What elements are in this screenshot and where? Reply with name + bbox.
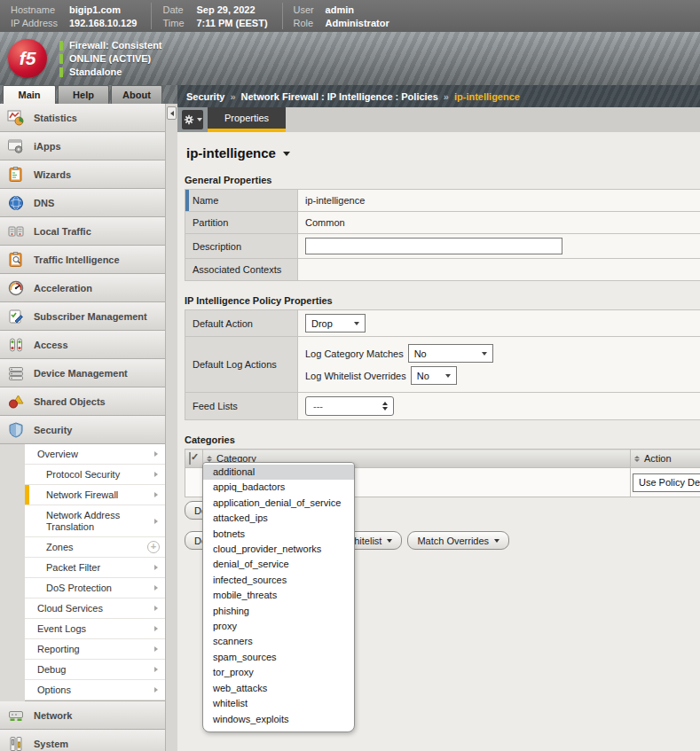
action-column-header[interactable]: Action [631, 450, 700, 468]
sidebar-item-local-traffic[interactable]: Local Traffic [0, 217, 165, 246]
submenu-item-reporting[interactable]: Reporting [25, 639, 165, 660]
tab-main[interactable]: Main [3, 85, 56, 104]
breadcrumb-section[interactable]: Security [186, 91, 224, 102]
dropdown-option[interactable]: windows_exploits [203, 712, 354, 727]
dropdown-option[interactable]: web_attacks [203, 681, 354, 696]
sidebar-item-security[interactable]: Security [0, 416, 165, 444]
policy-properties-table: Default Action Drop Default Log Actions … [185, 309, 700, 420]
submenu-label: Network Firewall [46, 489, 118, 500]
dropdown-option[interactable]: tor_proxy [203, 665, 354, 680]
title-menu-caret-icon[interactable] [283, 152, 290, 156]
submenu-item-zones[interactable]: Zones [25, 537, 165, 558]
dropdown-option[interactable]: whitelist [203, 696, 354, 711]
log-category-matches-select[interactable]: No [408, 344, 493, 363]
bigip-admin-screen: Hostnamebigip1.com IP Address192.168.10.… [0, 0, 700, 751]
table-row: Description [185, 234, 700, 259]
dropdown-option[interactable]: spam_sources [203, 650, 354, 665]
submenu-item-cloud-services[interactable]: Cloud Services [25, 598, 165, 619]
main-nav-tabs: Main Help About [0, 85, 177, 104]
zones-add-icon[interactable] [147, 541, 160, 553]
sidebar-item-dns[interactable]: DNS [0, 189, 165, 217]
dropdown-option[interactable]: proxy [203, 619, 354, 634]
dropdown-option[interactable]: phishing [203, 604, 354, 619]
breadcrumb-path[interactable]: Network Firewall : IP Intelligence : Pol… [241, 91, 438, 102]
sidebar-item-statistics[interactable]: Statistics [0, 104, 165, 132]
sidebar-item-access[interactable]: Access [0, 331, 165, 359]
submenu-label: Cloud Services [37, 603, 103, 614]
sidebar-item-acceleration[interactable]: Acceleration [0, 274, 165, 302]
sidebar-item-subscriber-management[interactable]: Subscriber Management [0, 302, 165, 331]
sidebar-item-iapps[interactable]: iApps [0, 132, 165, 160]
dropdown-option[interactable]: application_denial_of_service [203, 496, 354, 511]
gear-menu-button[interactable] [182, 110, 203, 129]
dropdown-option[interactable]: denial_of_service [203, 557, 354, 572]
description-input[interactable] [305, 238, 562, 254]
sidebar-item-label: Access [34, 340, 68, 350]
default-action-select[interactable]: Drop [305, 314, 366, 332]
match-overrides-button[interactable]: Match Overrides [407, 531, 509, 550]
dropdown-option[interactable]: attacked_ips [203, 511, 354, 526]
chevron-right-icon [154, 492, 158, 497]
select-all-checkbox[interactable] [189, 452, 191, 465]
default-action-label: Default Action [185, 310, 298, 337]
submenu-item-network-firewall[interactable]: Network Firewall [25, 485, 165, 505]
action-header-label: Action [644, 453, 672, 464]
sidebar-item-device-management[interactable]: Device Management [0, 359, 165, 387]
dropdown-option[interactable]: additional [203, 465, 354, 480]
page-title-text: ip-intelligence [186, 145, 276, 160]
subscriber-management-icon [7, 308, 25, 325]
chevron-right-icon [154, 606, 158, 611]
gear-zone [177, 107, 208, 132]
sidebar: Statistics iApps Wizards DNS [0, 104, 165, 751]
banner: f5 Firewall: Consistent ONLINE (ACTIVE) … [0, 32, 700, 85]
name-value: ip-intelligence [298, 190, 700, 212]
dropdown-option[interactable]: mobile_threats [203, 588, 354, 603]
sidebar-item-traffic-intelligence[interactable]: Traffic Intelligence [0, 246, 165, 274]
breadcrumb-separator: » [444, 91, 449, 102]
sidebar-item-shared-objects[interactable]: Shared Objects [0, 387, 165, 416]
sidebar-item-system[interactable]: System [0, 730, 165, 751]
tab-about[interactable]: About [111, 85, 162, 104]
submenu-item-network-address-translation[interactable]: Network Address Translation [25, 505, 165, 537]
dropdown-option[interactable]: cloud_provider_networks [203, 542, 354, 557]
status-green-bar [59, 67, 63, 77]
sidebar-item-network[interactable]: Network [0, 701, 165, 730]
traffic-intelligence-icon [7, 251, 25, 269]
dropdown-option[interactable]: botnets [203, 527, 354, 542]
local-traffic-icon [7, 223, 25, 240]
tab-properties[interactable]: Properties [208, 107, 286, 132]
sidebar-item-label: Network [34, 710, 72, 721]
submenu-item-event-logs[interactable]: Event Logs [25, 619, 165, 639]
category-dropdown-list: additional appiq_badactors application_d… [202, 462, 355, 732]
top-info-bar: Hostnamebigip1.com IP Address192.168.10.… [0, 0, 700, 32]
sidebar-item-label: DNS [34, 198, 54, 208]
chevron-right-icon [154, 472, 158, 477]
submenu-item-debug[interactable]: Debug [25, 660, 165, 680]
dropdown-option[interactable]: scanners [203, 634, 354, 649]
chevron-right-icon [154, 585, 158, 591]
log-whitelist-overrides-select[interactable]: No [411, 366, 457, 385]
sidebar-collapse-button[interactable] [167, 106, 177, 120]
submenu-item-protocol-security[interactable]: Protocol Security [25, 465, 165, 485]
submenu-item-options[interactable]: Options [25, 680, 165, 700]
submenu-label: Packet Filter [46, 562, 100, 573]
sidebar-item-wizards[interactable]: Wizards [0, 160, 165, 189]
submenu-item-packet-filter[interactable]: Packet Filter [25, 558, 165, 578]
tab-help[interactable]: Help [58, 85, 109, 104]
action-select[interactable]: Use Policy Default [633, 473, 700, 492]
sort-icon [634, 456, 640, 462]
action-select-value: Use Policy Default [639, 477, 700, 488]
breadcrumb-current: ip-intelligence [454, 91, 520, 102]
default-action-value: Drop [311, 318, 333, 329]
submenu-item-dos-protection[interactable]: DoS Protection [25, 578, 165, 598]
table-row: Feed Lists --- [185, 393, 700, 420]
table-row: Associated Contexts [185, 259, 700, 281]
system-icon [7, 735, 25, 751]
dropdown-option[interactable]: appiq_badactors [203, 480, 354, 495]
sidebar-item-label: Device Management [34, 368, 128, 379]
acceleration-icon [7, 279, 25, 297]
submenu-item-overview[interactable]: Overview [25, 444, 165, 465]
dropdown-option[interactable]: infected_sources [203, 573, 354, 588]
feed-lists-select[interactable]: --- [305, 396, 394, 416]
chevron-down-icon [387, 539, 392, 543]
